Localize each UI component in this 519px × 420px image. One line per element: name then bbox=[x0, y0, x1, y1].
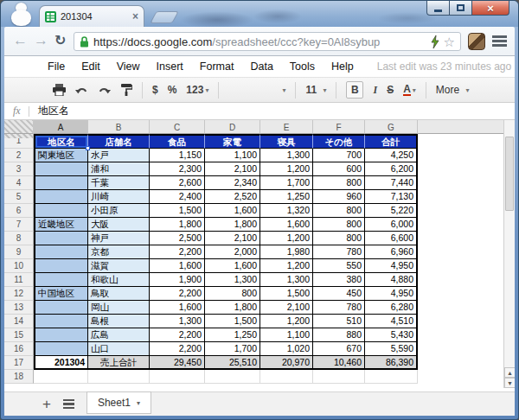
italic-button[interactable]: I bbox=[373, 84, 377, 97]
cell-E15[interactable]: 1,100 bbox=[260, 328, 313, 342]
menu-tools[interactable]: Tools bbox=[290, 60, 315, 73]
row-header-8[interactable]: 8 bbox=[4, 232, 34, 245]
cell-C7[interactable]: 1,800 bbox=[150, 218, 205, 232]
cell-G15[interactable]: 5,430 bbox=[365, 328, 418, 342]
cell-B6[interactable]: 小田原 bbox=[88, 204, 150, 218]
cell-A3[interactable] bbox=[34, 162, 88, 176]
cell-G11[interactable]: 4,880 bbox=[365, 273, 418, 287]
column-header-B[interactable]: B bbox=[88, 120, 150, 134]
cell-C15[interactable]: 2,200 bbox=[150, 328, 205, 342]
redo-icon[interactable] bbox=[98, 85, 111, 95]
cell-F11[interactable]: 380 bbox=[313, 273, 365, 287]
cell-A9[interactable] bbox=[34, 245, 88, 259]
cell-E10[interactable]: 1,200 bbox=[260, 259, 313, 273]
column-header-D[interactable]: D bbox=[205, 120, 260, 134]
cell-D2[interactable]: 1,100 bbox=[205, 149, 260, 162]
cell-A10[interactable] bbox=[34, 259, 88, 273]
cell-B3[interactable]: 浦和 bbox=[88, 162, 150, 176]
cell-E16[interactable]: 1,020 bbox=[260, 342, 313, 356]
cell-C5[interactable]: 2,400 bbox=[150, 190, 205, 204]
cell-C3[interactable]: 2,300 bbox=[150, 162, 205, 176]
forward-button[interactable]: → bbox=[34, 31, 48, 50]
number-format-button[interactable]: 123▾ bbox=[186, 84, 208, 96]
cell-B18[interactable] bbox=[88, 370, 150, 384]
cell-E11[interactable]: 1,300 bbox=[260, 273, 313, 287]
row-header-18[interactable]: 18 bbox=[4, 370, 34, 384]
cell-A18[interactable] bbox=[34, 370, 88, 384]
cell-B8[interactable]: 神戸 bbox=[88, 232, 150, 245]
print-icon[interactable] bbox=[53, 84, 66, 96]
cell-A14[interactable] bbox=[34, 315, 88, 328]
scroll-down-icon[interactable]: ▼ bbox=[504, 378, 515, 388]
cell-B16[interactable]: 山口 bbox=[88, 342, 150, 356]
cell-D12[interactable]: 800 bbox=[205, 287, 260, 301]
cell-A13[interactable] bbox=[34, 301, 88, 315]
row-header-16[interactable]: 16 bbox=[4, 342, 34, 356]
cell-C16[interactable]: 2,200 bbox=[150, 342, 205, 356]
lightning-icon[interactable] bbox=[431, 35, 439, 48]
cell-B9[interactable]: 京都 bbox=[88, 245, 150, 259]
cell-B11[interactable]: 和歌山 bbox=[88, 273, 150, 287]
menu-edit[interactable]: Edit bbox=[81, 60, 100, 73]
select-all-corner[interactable] bbox=[4, 120, 34, 134]
cell-A15[interactable] bbox=[34, 328, 88, 342]
cell-C18[interactable] bbox=[150, 370, 205, 384]
sheet-tab-active[interactable]: Sheet1 ▾ bbox=[86, 391, 151, 414]
row-header-17[interactable]: 17 bbox=[4, 356, 34, 370]
cell-G8[interactable]: 6,600 bbox=[365, 232, 418, 245]
cell-E6[interactable]: 1,320 bbox=[260, 204, 313, 218]
cell-F5[interactable]: 960 bbox=[313, 190, 365, 204]
cell-C14[interactable]: 1,300 bbox=[150, 315, 205, 328]
cell-E2[interactable]: 1,300 bbox=[260, 149, 313, 162]
cell-B2[interactable]: 水戸 bbox=[88, 149, 150, 162]
cell-A2[interactable]: 関東地区 bbox=[34, 149, 88, 162]
cell-F10[interactable]: 550 bbox=[313, 259, 365, 273]
cell-B5[interactable]: 川崎 bbox=[88, 190, 150, 204]
browser-menu-icon[interactable] bbox=[492, 35, 507, 48]
cell-E13[interactable]: 2,100 bbox=[260, 301, 313, 315]
extension-icon[interactable] bbox=[468, 33, 485, 50]
browser-tab[interactable]: 201304 × bbox=[39, 5, 144, 27]
cell-D9[interactable]: 2,000 bbox=[205, 245, 260, 259]
cell-B15[interactable]: 広島 bbox=[88, 328, 150, 342]
row-header-7[interactable]: 7 bbox=[4, 218, 34, 232]
cell-A8[interactable] bbox=[34, 232, 88, 245]
row-header-5[interactable]: 5 bbox=[4, 190, 34, 204]
cell-D1[interactable]: 家電 bbox=[205, 134, 260, 149]
selection-fill-handle[interactable] bbox=[86, 146, 90, 150]
cell-C10[interactable]: 1,600 bbox=[150, 259, 205, 273]
cell-G5[interactable]: 7,130 bbox=[365, 190, 418, 204]
cell-A11[interactable] bbox=[34, 273, 88, 287]
cell-A1[interactable]: 地区名 bbox=[34, 134, 88, 149]
cell-F17[interactable]: 10,460 bbox=[313, 356, 365, 370]
cell-E12[interactable]: 1,500 bbox=[260, 287, 313, 301]
cell-F16[interactable]: 670 bbox=[313, 342, 365, 356]
cell-C8[interactable]: 2,500 bbox=[150, 232, 205, 245]
cell-F12[interactable]: 450 bbox=[313, 287, 365, 301]
cell-B14[interactable]: 島根 bbox=[88, 315, 150, 328]
cell-B10[interactable]: 滋賀 bbox=[88, 259, 150, 273]
cell-A16[interactable] bbox=[34, 342, 88, 356]
cell-F13[interactable]: 780 bbox=[313, 301, 365, 315]
menu-file[interactable]: File bbox=[48, 60, 65, 73]
cell-B4[interactable]: 千葉 bbox=[88, 176, 150, 190]
column-header-F[interactable]: F bbox=[313, 120, 365, 134]
row-header-14[interactable]: 14 bbox=[4, 315, 34, 328]
maximize-button[interactable] bbox=[450, 1, 472, 16]
row-header-11[interactable]: 11 bbox=[4, 273, 34, 287]
bold-button[interactable]: B bbox=[346, 81, 363, 99]
row-header-3[interactable]: 3 bbox=[4, 162, 34, 176]
reload-button[interactable]: ↻ bbox=[54, 31, 66, 50]
cell-D7[interactable]: 1,800 bbox=[205, 218, 260, 232]
add-sheet-button[interactable]: + bbox=[42, 397, 51, 411]
menu-insert[interactable]: Insert bbox=[157, 60, 183, 73]
cell-A17[interactable]: 201304 bbox=[34, 356, 88, 370]
cell-G12[interactable]: 4,950 bbox=[365, 287, 418, 301]
cell-B12[interactable]: 鳥取 bbox=[88, 287, 150, 301]
cell-G16[interactable]: 5,590 bbox=[365, 342, 418, 356]
cell-D5[interactable]: 2,520 bbox=[205, 190, 260, 204]
cell-D16[interactable]: 1,700 bbox=[205, 342, 260, 356]
cell-D8[interactable]: 2,100 bbox=[205, 232, 260, 245]
cell-E1[interactable]: 寝具 bbox=[260, 134, 313, 149]
cell-D11[interactable]: 1,300 bbox=[205, 273, 260, 287]
